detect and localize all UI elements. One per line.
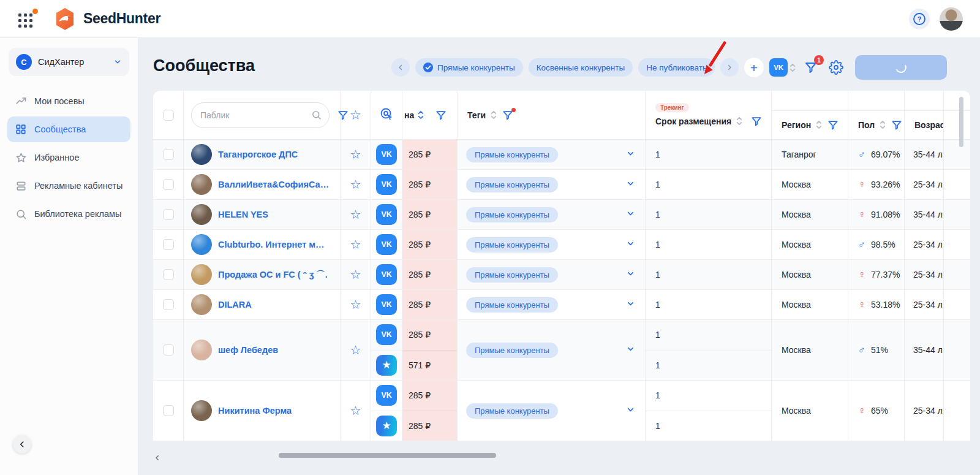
chips-scroll-right-button[interactable] [720, 58, 739, 77]
chevron-down-icon[interactable] [626, 149, 635, 161]
filter-chip-direct-competitors[interactable]: Прямые конкуренты [415, 58, 523, 77]
tag-chip[interactable]: Прямые конкуренты [466, 237, 558, 253]
row-checkbox[interactable] [163, 405, 174, 416]
star-platform-icon[interactable]: ★ [376, 355, 397, 376]
favorite-star-icon[interactable]: ☆ [350, 297, 361, 312]
chips-scroll-left-button[interactable] [391, 58, 410, 77]
chevron-down-icon[interactable] [626, 239, 635, 251]
community-avatar [191, 204, 212, 225]
tag-chip[interactable]: Прямые конкуренты [466, 207, 558, 222]
gender-filter-icon[interactable] [891, 119, 903, 131]
chevron-down-icon[interactable] [626, 299, 635, 311]
tag-chip[interactable]: Прямые конкуренты [466, 343, 558, 358]
sidebar-item-label: Сообщества [34, 124, 86, 134]
community-link[interactable]: HELEN YES [218, 210, 268, 219]
question-icon: ? [913, 12, 926, 26]
clicks-target-icon[interactable] [379, 107, 394, 124]
sidebar-item-communities[interactable]: Сообщества [7, 116, 130, 142]
loading-button[interactable] [855, 55, 947, 80]
scroll-left-arrow[interactable] [154, 452, 160, 463]
tag-chip[interactable]: Прямые конкуренты [466, 177, 558, 192]
favorite-star-icon[interactable]: ☆ [350, 177, 361, 192]
vk-platform-icon[interactable]: VK [376, 144, 397, 165]
favorites-column-icon[interactable]: ☆ [350, 108, 361, 123]
favorite-star-icon[interactable]: ☆ [350, 147, 361, 162]
platform-sort-control[interactable]: VK [769, 58, 796, 77]
tags-filter-icon[interactable] [502, 109, 514, 121]
tag-chip[interactable]: Прямые конкуренты [466, 147, 558, 162]
term-column-label: Срок размещения [655, 116, 731, 126]
vk-platform-icon[interactable]: VK [376, 294, 397, 315]
sidebar-item-ad-cabinets[interactable]: Рекламные кабинеты [7, 173, 130, 199]
row-checkbox[interactable] [163, 269, 174, 280]
sort-icon[interactable] [491, 110, 497, 120]
help-button[interactable]: ? [909, 9, 930, 29]
chevron-down-icon[interactable] [626, 209, 635, 221]
age-column-label: Возраст [914, 120, 944, 130]
vk-platform-icon[interactable]: VK [376, 174, 397, 195]
public-search-box[interactable] [191, 102, 330, 128]
sidebar-item-ad-library[interactable]: Библиотека рекламы [7, 201, 130, 227]
term-filter-icon[interactable] [750, 115, 763, 127]
vk-platform-icon[interactable]: VK [376, 324, 397, 345]
filter-button[interactable]: 1 [804, 60, 818, 75]
price-column-label: на [404, 110, 414, 120]
row-checkbox[interactable] [163, 344, 174, 355]
community-link[interactable]: Таганрогское ДПС [218, 150, 298, 159]
term-value: 1 [655, 300, 660, 310]
chevron-down-icon[interactable] [626, 344, 635, 356]
add-tag-button[interactable]: + [744, 58, 764, 77]
region-filter-icon[interactable] [827, 119, 839, 131]
row-checkbox[interactable] [163, 239, 174, 250]
trend-icon [15, 96, 27, 107]
community-link[interactable]: ВаллиИвета&СофияСа… [218, 180, 329, 189]
sidebar-item-my-seedings[interactable]: Мои посевы [7, 88, 130, 114]
user-avatar[interactable] [940, 7, 963, 31]
favorite-star-icon[interactable]: ☆ [350, 207, 361, 222]
vk-platform-icon[interactable]: VK [376, 264, 397, 285]
row-checkbox[interactable] [163, 299, 174, 310]
chevron-down-icon[interactable] [626, 269, 635, 281]
favorite-star-icon[interactable]: ☆ [350, 403, 361, 418]
community-link[interactable]: Продажа ОС и FC ( ᵔ ӡ ⌒. [218, 269, 328, 281]
row-checkbox[interactable] [163, 179, 174, 190]
gender-percent: 98.5% [871, 240, 895, 249]
chevron-down-icon[interactable] [626, 405, 635, 417]
tag-chip[interactable]: Прямые конкуренты [466, 267, 558, 283]
sort-icon[interactable] [736, 116, 742, 126]
star-platform-icon[interactable]: ★ [376, 416, 397, 436]
row-checkbox[interactable] [163, 149, 174, 160]
community-link[interactable]: Clubturbo. Интернет м… [218, 240, 325, 249]
sidebar-collapse-button[interactable] [13, 435, 31, 454]
vertical-scrollbar[interactable] [959, 97, 963, 147]
vk-platform-icon[interactable]: VK [376, 385, 397, 406]
community-link[interactable]: шеф Лебедев [218, 345, 278, 355]
sort-icon[interactable] [418, 110, 424, 120]
favorite-star-icon[interactable]: ☆ [350, 267, 361, 282]
sidebar-item-favorites[interactable]: Избранное [7, 145, 130, 170]
filter-chip-do-not-publish[interactable]: Не публиковать [638, 58, 715, 77]
app-grid-menu[interactable] [18, 10, 39, 28]
horizontal-scrollbar-thumb[interactable] [279, 453, 496, 458]
tag-chip[interactable]: Прямые конкуренты [466, 297, 558, 313]
table-row: HELEN YES☆VK285 ₽Прямые конкуренты1Москв… [153, 200, 970, 230]
favorite-star-icon[interactable]: ☆ [350, 237, 361, 252]
search-input[interactable] [200, 110, 311, 120]
sort-icon[interactable] [816, 120, 822, 129]
region-column-label: Регион [782, 120, 811, 130]
row-checkbox[interactable] [163, 209, 174, 220]
chevron-down-icon[interactable] [626, 179, 635, 191]
filter-chip-indirect-competitors[interactable]: Косвенные конкуренты [529, 58, 633, 77]
community-link[interactable]: Никитина Ферма [218, 406, 292, 416]
community-link[interactable]: DILARA [218, 300, 252, 310]
settings-gear-icon[interactable] [829, 60, 843, 75]
select-all-checkbox[interactable] [163, 110, 174, 121]
tag-chip[interactable]: Прямые конкуренты [466, 403, 558, 419]
vk-platform-icon[interactable]: VK [376, 204, 397, 225]
workspace-switcher[interactable]: С СидХантер [9, 48, 129, 76]
price-value: 285 ₽ [409, 240, 431, 249]
sort-icon[interactable] [880, 120, 886, 129]
vk-platform-icon[interactable]: VK [376, 234, 397, 255]
favorite-star-icon[interactable]: ☆ [350, 343, 361, 357]
price-filter-icon[interactable] [435, 109, 447, 121]
